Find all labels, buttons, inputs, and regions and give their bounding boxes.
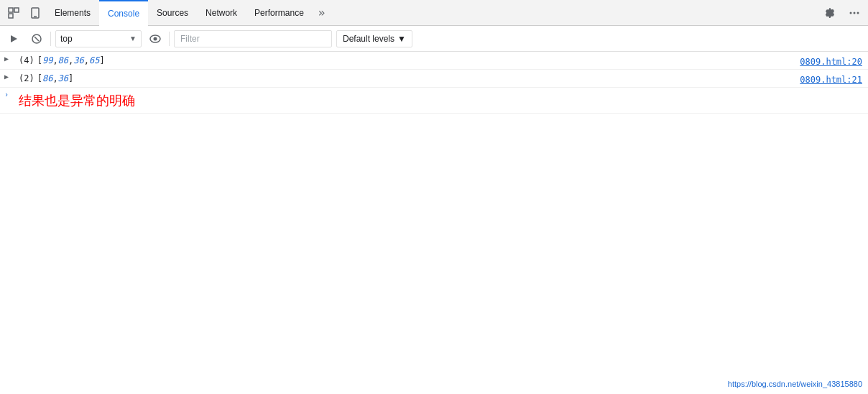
filter-input[interactable] <box>174 30 332 47</box>
tab-network[interactable]: Network <box>197 0 246 26</box>
devtools-tab-bar: Elements Console Sources Network Perform… <box>0 0 868 26</box>
tab-console[interactable]: Console <box>99 0 148 26</box>
chinese-text: 结果也是异常的明确 <box>19 92 135 109</box>
devtools-right-icons <box>819 2 865 24</box>
toolbar-separator <box>50 32 51 46</box>
clear-console-button[interactable] <box>27 29 46 48</box>
svg-point-7 <box>857 12 859 14</box>
tab-performance[interactable]: Performance <box>246 0 313 26</box>
svg-point-12 <box>154 37 157 40</box>
levels-selector[interactable]: Default levels ▼ <box>336 30 412 47</box>
bottom-url: https://blog.csdn.net/weixin_43815880 <box>728 380 862 388</box>
svg-point-6 <box>854 12 856 14</box>
console-row-1: ▶ (4) [ 99 , 86 , 36 , 65 ] 0809.html:20 <box>0 52 868 70</box>
console-row-3-content: 结果也是异常的明确 <box>11 92 135 109</box>
console-output: ▶ (4) [ 99 , 86 , 36 , 65 ] 0809.html:20… <box>0 52 868 394</box>
settings-button[interactable] <box>819 2 841 24</box>
row2-count: (2) <box>19 72 34 85</box>
expand-arrow-2[interactable]: ▶ <box>3 73 10 80</box>
eye-button[interactable] <box>146 29 165 48</box>
tabs-more-button[interactable]: » <box>313 6 331 19</box>
device-toolbar-button[interactable] <box>24 2 46 24</box>
tab-elements[interactable]: Elements <box>46 0 99 26</box>
svg-rect-1 <box>14 8 19 12</box>
console-row-3: › 结果也是异常的明确 <box>0 88 868 114</box>
svg-rect-0 <box>9 8 13 12</box>
expand-arrow-3[interactable]: › <box>3 91 10 98</box>
row1-num1: 99 <box>42 54 52 67</box>
svg-marker-8 <box>11 35 17 42</box>
tab-sources[interactable]: Sources <box>148 0 197 26</box>
expand-arrow-1[interactable]: ▶ <box>3 55 10 62</box>
console-toolbar: top ▼ Default levels ▼ <box>0 26 868 52</box>
levels-dropdown-arrow: ▼ <box>397 34 406 44</box>
svg-line-10 <box>34 37 39 41</box>
console-row-2-content: (2) [ 86 , 36 ] <box>11 72 800 85</box>
svg-rect-2 <box>9 14 13 18</box>
inspect-element-button[interactable] <box>3 2 24 24</box>
run-script-button[interactable] <box>4 29 23 48</box>
context-dropdown-arrow: ▼ <box>129 35 137 42</box>
row1-num2: 86 <box>58 54 68 67</box>
toolbar-separator-2 <box>169 32 170 46</box>
row2-file-link[interactable]: 0809.html:21 <box>800 72 868 85</box>
row1-num4: 65 <box>89 54 99 67</box>
row1-file-link[interactable]: 0809.html:20 <box>800 54 868 67</box>
console-row-1-content: (4) [ 99 , 86 , 36 , 65 ] <box>11 54 800 67</box>
row2-num2: 36 <box>58 72 68 85</box>
svg-point-5 <box>850 12 852 14</box>
row2-num1: 86 <box>42 72 52 85</box>
more-options-button[interactable] <box>844 2 865 24</box>
context-selector[interactable]: top ▼ <box>55 30 142 47</box>
row1-num3: 36 <box>73 54 83 67</box>
row1-count: (4) <box>19 54 34 67</box>
console-row-2: ▶ (2) [ 86 , 36 ] 0809.html:21 <box>0 70 868 88</box>
